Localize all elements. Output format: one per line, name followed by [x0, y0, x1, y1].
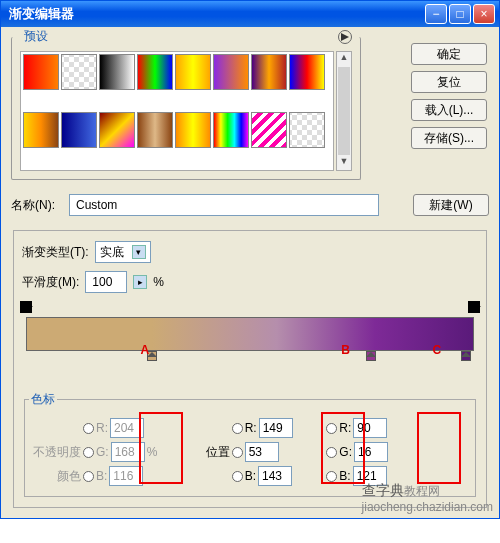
highlight-box-b — [321, 412, 365, 484]
load-button[interactable]: 载入(L)... — [411, 99, 487, 121]
window-title: 渐变编辑器 — [5, 5, 423, 23]
preset-swatch[interactable] — [213, 54, 249, 90]
smoothness-stepper-icon[interactable]: ▸ — [133, 275, 147, 289]
smoothness-input[interactable]: 100 — [85, 271, 127, 293]
minimize-button[interactable]: − — [425, 4, 447, 24]
g-b-input[interactable]: 53 — [245, 442, 279, 462]
smoothness-label: 平滑度(M): — [22, 274, 79, 291]
ok-button[interactable]: 确定 — [411, 43, 487, 65]
preset-swatch[interactable] — [61, 112, 97, 148]
g-radio-a[interactable] — [83, 447, 94, 458]
color-label: 颜色 — [29, 468, 81, 485]
annotation-a: A — [141, 343, 150, 357]
new-button[interactable]: 新建(W) — [413, 194, 489, 216]
gradient-panel: 渐变类型(T): 实底 ▾ 平滑度(M): 100 ▸ % — [13, 230, 487, 508]
gradient-type-value: 实底 — [100, 244, 124, 261]
name-input[interactable]: Custom — [69, 194, 379, 216]
preset-swatch[interactable] — [137, 112, 173, 148]
gradient-bar[interactable] — [26, 317, 474, 351]
r-radio-b[interactable] — [232, 423, 243, 434]
highlight-box-a — [139, 412, 183, 484]
save-button[interactable]: 存储(S)... — [411, 127, 487, 149]
b-radio-a[interactable] — [83, 471, 94, 482]
color-stop-b[interactable] — [366, 351, 376, 361]
opacity-label: 不透明度 — [29, 444, 81, 461]
annotation-b: B — [341, 343, 350, 357]
preset-swatch[interactable] — [23, 112, 59, 148]
color-stop-c[interactable] — [461, 351, 471, 361]
preset-swatch[interactable] — [99, 54, 135, 90]
location-label: 位置 — [178, 444, 230, 461]
presets-menu-icon[interactable] — [338, 30, 352, 44]
name-label: 名称(N): — [11, 197, 61, 214]
preset-swatch[interactable] — [23, 54, 59, 90]
watermark: 查字典教程网 jiaocheng.chazidian.com — [362, 482, 493, 514]
g-radio-b[interactable] — [232, 447, 243, 458]
highlight-box-c — [417, 412, 461, 484]
presets-group: 预设 ▲ ▼ — [11, 37, 361, 180]
preset-swatch[interactable] — [251, 54, 287, 90]
opacity-stop-left[interactable] — [20, 301, 32, 313]
r-b-input[interactable]: 149 — [259, 418, 293, 438]
percent-label: % — [153, 275, 164, 289]
gradient-type-label: 渐变类型(T): — [22, 244, 89, 261]
scroll-down-icon[interactable]: ▼ — [337, 156, 351, 170]
preset-swatch[interactable] — [289, 112, 325, 148]
close-button[interactable]: × — [473, 4, 495, 24]
r-radio-a[interactable] — [83, 423, 94, 434]
annotation-c: C — [432, 343, 441, 357]
presets-label: 预设 — [20, 28, 52, 45]
preset-swatches — [20, 51, 334, 171]
b-b-input[interactable]: 143 — [258, 466, 292, 486]
titlebar[interactable]: 渐变编辑器 − □ × — [1, 1, 499, 27]
preset-swatch[interactable] — [175, 112, 211, 148]
preset-scrollbar[interactable]: ▲ ▼ — [336, 51, 352, 171]
preset-swatch[interactable] — [137, 54, 173, 90]
preset-swatch[interactable] — [289, 54, 325, 90]
preset-swatch[interactable] — [99, 112, 135, 148]
preset-swatch[interactable] — [175, 54, 211, 90]
svg-marker-0 — [341, 33, 349, 41]
gradient-type-select[interactable]: 实底 ▾ — [95, 241, 151, 263]
preset-swatch[interactable] — [251, 112, 287, 148]
stops-label: 色标 — [29, 391, 57, 408]
b-radio-b[interactable] — [232, 471, 243, 482]
chevron-down-icon: ▾ — [132, 245, 146, 259]
preset-swatch[interactable] — [61, 54, 97, 90]
preset-swatch[interactable] — [213, 112, 249, 148]
scroll-thumb[interactable] — [338, 67, 350, 155]
scroll-up-icon[interactable]: ▲ — [337, 52, 351, 66]
opacity-stop-right[interactable] — [468, 301, 480, 313]
maximize-button[interactable]: □ — [449, 4, 471, 24]
reset-button[interactable]: 复位 — [411, 71, 487, 93]
